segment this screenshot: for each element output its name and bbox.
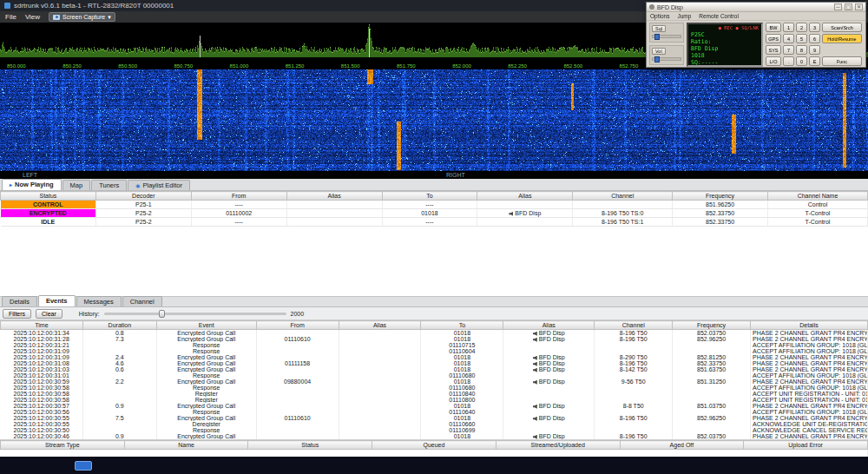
channel-column-header[interactable]: Channel xyxy=(573,192,673,201)
main-tab[interactable]: Tuners xyxy=(91,180,127,190)
event-row[interactable]: 2025:10:12:00:30:46 0.9 Encrypted Group … xyxy=(1,433,868,439)
detail-tab[interactable]: Details xyxy=(2,296,37,306)
stream-column-header[interactable]: Status xyxy=(248,441,372,450)
stream-column-header[interactable]: Aged Off xyxy=(620,441,744,450)
keypad-key[interactable]: BW xyxy=(766,23,781,32)
keypad-key[interactable]: 3 xyxy=(809,23,820,32)
remote-menu-item[interactable]: Remote Control xyxy=(699,13,739,19)
history-slider[interactable] xyxy=(104,313,286,315)
event-row[interactable]: 2025:10:12:00:30:55 7.5 Encrypted Group … xyxy=(1,415,868,421)
event-row[interactable]: 2025:10:12:00:30:55 Deregister 01110660 … xyxy=(1,421,868,427)
event-row[interactable]: 2025:10:12:00:31:28 7.3 Encrypted Group … xyxy=(1,336,868,342)
event-row[interactable]: 2025:10:12:00:31:09 Response 01110604 AC… xyxy=(1,348,868,354)
slider-thumb[interactable] xyxy=(654,56,660,63)
event-row[interactable]: 2025:10:12:00:31:08 4.6 Encrypted Group … xyxy=(1,360,868,366)
keypad-key[interactable]: L/O xyxy=(766,56,781,66)
channel-column-header[interactable]: From xyxy=(191,192,286,201)
stream-column-header[interactable]: Streamed/Uploaded xyxy=(496,441,620,450)
channel-column-header[interactable]: Status xyxy=(1,192,96,201)
event-row[interactable]: 2025:10:12:00:30:58 Response 01110680 AC… xyxy=(1,385,868,391)
event-row[interactable]: 2025:10:12:00:31:03 0.6 Encrypted Group … xyxy=(1,366,868,372)
frequency-label: 851.000 xyxy=(230,63,249,69)
main-tab[interactable]: Map xyxy=(62,180,91,190)
remote-menu-item[interactable]: Options xyxy=(650,13,669,19)
history-slider-thumb[interactable] xyxy=(159,310,165,318)
event-column-header[interactable]: Event xyxy=(156,321,256,330)
event-row[interactable]: 2025:10:12:00:30:50 Response 01110699 AC… xyxy=(1,427,868,433)
keypad-key[interactable]: GPS xyxy=(766,34,781,43)
channel-column-header[interactable]: Channel Name xyxy=(768,192,868,201)
event-row[interactable]: 2025:10:12:00:31:01 Response 01110680 AC… xyxy=(1,372,868,379)
channel-row[interactable]: ENCRYPTED P25-2 01110002 01018 BFD Disp … xyxy=(1,209,868,218)
channel-column-header[interactable]: Alias xyxy=(477,192,573,201)
keypad-key[interactable]: 9 xyxy=(809,45,820,55)
event-row[interactable]: 2025:10:12:00:30:58 Register 01110840 AC… xyxy=(1,391,868,397)
event-column-header[interactable]: From xyxy=(256,321,339,330)
channel-row[interactable]: CONTROL P25-1 ---- ---- 851.96250 Contro… xyxy=(1,201,868,209)
slider-track[interactable] xyxy=(652,35,681,38)
channel-column-header[interactable]: To xyxy=(382,192,477,201)
event-column-header[interactable]: Alias xyxy=(339,321,421,330)
keypad-key[interactable]: Func xyxy=(822,56,862,66)
keypad-key[interactable]: Hold/Resume xyxy=(822,34,862,43)
event-row[interactable]: 2025:10:12:00:30:59 2.2 Encrypted Group … xyxy=(1,379,868,385)
keypad-key[interactable]: 5 xyxy=(796,34,807,43)
panner-right-handle[interactable]: RIGHT xyxy=(446,171,465,179)
keypad-key[interactable]: 6 xyxy=(809,34,820,43)
keypad-key[interactable]: 1 xyxy=(783,23,794,32)
stream-column-header[interactable]: Queued xyxy=(372,441,496,450)
event-column-header[interactable]: Alias xyxy=(503,321,595,330)
event-to-alias xyxy=(503,372,595,379)
event-column-header[interactable]: Frequency xyxy=(673,321,751,330)
detail-tab[interactable]: Events xyxy=(38,295,76,306)
event-row[interactable]: 2025:10:12:00:31:21 Response 01110715 AC… xyxy=(1,342,868,348)
remote-titlebar[interactable]: BFD Disp ─ ▢ ✕ xyxy=(647,3,865,12)
menu-item[interactable]: View xyxy=(25,13,40,21)
clear-button[interactable]: Clear xyxy=(36,309,62,319)
event-column-header[interactable]: Channel xyxy=(595,321,673,330)
event-details: ACCEPT AFFILIATION GROUP: 1018 (GLO... xyxy=(751,409,868,415)
slider-track[interactable] xyxy=(652,57,681,61)
keypad-key[interactable]: 0 xyxy=(796,56,807,66)
event-row[interactable]: 2025:10:12:00:31:09 2.4 Encrypted Group … xyxy=(1,354,868,360)
event-column-header[interactable]: Details xyxy=(751,321,868,330)
main-tab[interactable]: ▸ Now Playing xyxy=(2,179,62,190)
filters-button[interactable]: Filters xyxy=(3,309,31,319)
keypad-key[interactable]: 2 xyxy=(796,23,807,32)
bottom-blue-button[interactable] xyxy=(75,461,92,471)
event-column-header[interactable]: Time xyxy=(1,321,83,330)
event-row[interactable]: 2025:10:12:00:30:57 0.9 Encrypted Group … xyxy=(1,403,868,409)
stream-column-header[interactable]: Stream Type xyxy=(1,441,125,450)
event-column-header[interactable]: Duration xyxy=(82,321,156,330)
remote-menu-item[interactable]: Jump xyxy=(677,13,691,19)
keypad-key[interactable]: 8 xyxy=(796,45,807,55)
channel-column-header[interactable]: Frequency xyxy=(673,192,768,201)
event-row[interactable]: 2025:10:12:00:30:56 Response 01110640 AC… xyxy=(1,409,868,415)
channel-column-header[interactable]: Alias xyxy=(286,192,382,201)
event-column-header[interactable]: To xyxy=(421,321,503,330)
main-tab[interactable]: ◉ Playlist Editor xyxy=(128,180,190,190)
stream-column-header[interactable]: Upload Error xyxy=(744,441,868,450)
keypad-key[interactable]: SYS xyxy=(766,45,781,55)
screen-capture-button[interactable]: Screen Capture ▾ xyxy=(49,12,115,22)
waterfall-display[interactable] xyxy=(0,69,868,171)
keypad-key[interactable]: 4 xyxy=(783,34,794,43)
event-row[interactable]: 2025:10:12:00:30:58 Register 01110800 AC… xyxy=(1,397,868,403)
keypad-key[interactable]: . xyxy=(783,56,794,66)
menu-item[interactable]: File xyxy=(5,13,16,21)
detail-tab[interactable]: Messages xyxy=(76,296,122,306)
channel-column-header[interactable]: Decoder xyxy=(95,192,191,201)
event-row[interactable]: 2025:10:12:00:31:34 0.8 Encrypted Group … xyxy=(1,330,868,337)
event-from-alias xyxy=(339,366,421,372)
remote-close-button[interactable]: ✕ xyxy=(855,3,863,10)
keypad-key[interactable]: E xyxy=(809,56,820,66)
panner-left-handle[interactable]: LEFT xyxy=(23,171,37,179)
detail-tab[interactable]: Channel xyxy=(122,296,162,306)
remote-maximize-button[interactable]: ▢ xyxy=(845,3,852,10)
keypad-key[interactable]: 7 xyxy=(783,45,794,55)
slider-thumb[interactable] xyxy=(654,34,660,40)
remote-minimize-button[interactable]: ─ xyxy=(834,3,842,10)
keypad-key[interactable]: Scan/Srch xyxy=(822,23,862,32)
channel-row[interactable]: IDLE P25-2 ---- ---- 8-196 T50 TS:1 852.… xyxy=(1,218,868,227)
stream-column-header[interactable]: Name xyxy=(124,441,248,450)
